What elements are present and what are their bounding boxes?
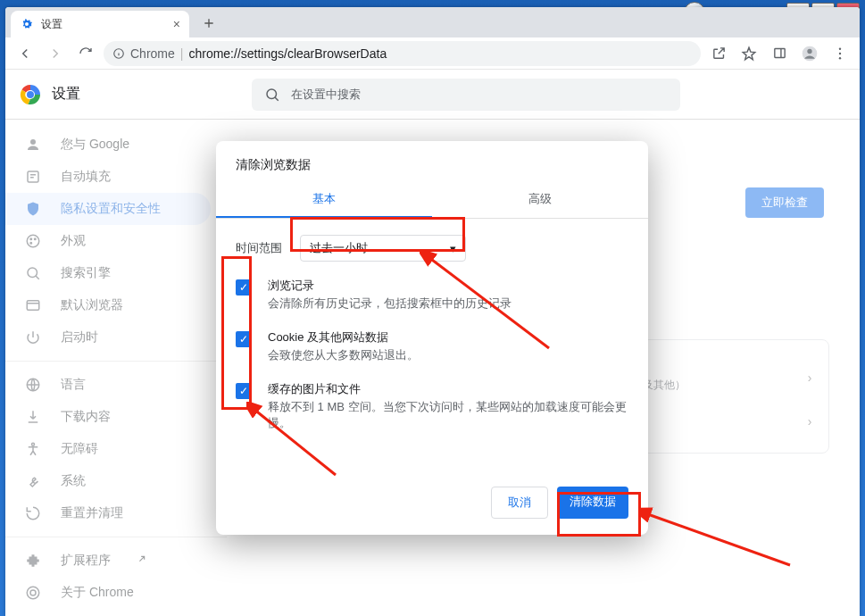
url-text: chrome://settings/clearBrowserData: [188, 46, 387, 61]
chrome-logo-icon: [20, 84, 41, 105]
dialog-tabs: 基本 高级: [216, 182, 648, 219]
time-range-label: 时间范围: [236, 240, 282, 256]
time-range-select[interactable]: 过去一小时 ▾: [300, 235, 466, 262]
option-desc: 释放不到 1 MB 空间。当您下次访问时，某些网站的加载速度可能会更慢。: [268, 399, 628, 431]
clear-data-option: ✓缓存的图片和文件释放不到 1 MB 空间。当您下次访问时，某些网站的加载速度可…: [216, 372, 648, 440]
settings-header: 设置 在设置中搜索: [5, 70, 860, 120]
clear-data-option: ✓浏览记录会清除所有历史记录，包括搜索框中的历史记录: [216, 269, 648, 320]
side-panel-icon[interactable]: [767, 41, 792, 66]
forward-button[interactable]: [43, 41, 68, 66]
option-title: 缓存的图片和文件: [268, 381, 628, 397]
profile-icon[interactable]: [797, 41, 822, 66]
tab-strip: 设置 ×: [5, 7, 860, 37]
svg-point-6: [839, 57, 841, 59]
back-button[interactable]: [12, 41, 37, 66]
select-value: 过去一小时: [310, 240, 368, 256]
svg-point-3: [807, 48, 811, 53]
option-desc: 会致使您从大多数网站退出。: [268, 347, 419, 363]
browser-tab[interactable]: 设置 ×: [11, 11, 189, 37]
dialog-title: 清除浏览数据: [216, 141, 648, 182]
search-icon: [264, 87, 280, 103]
svg-point-10: [267, 89, 277, 99]
chrome-info-icon: [112, 47, 125, 60]
new-tab-button[interactable]: [196, 11, 221, 36]
svg-point-4: [839, 47, 841, 49]
tab-advanced[interactable]: 高级: [432, 182, 648, 218]
tab-close-icon[interactable]: ×: [173, 17, 180, 31]
page-title: 设置: [52, 85, 80, 104]
clear-data-dialog: 清除浏览数据 基本 高级 时间范围 过去一小时 ▾ ✓浏览记录会清除所有历史记录…: [216, 141, 648, 535]
checkbox[interactable]: ✓: [236, 331, 252, 347]
reload-button[interactable]: [73, 41, 98, 66]
option-title: Cookie 及其他网站数据: [268, 329, 419, 345]
url-scheme: Chrome: [130, 46, 175, 61]
svg-point-5: [839, 52, 841, 54]
settings-search-input[interactable]: 在设置中搜索: [252, 79, 680, 111]
checkbox[interactable]: ✓: [236, 279, 252, 296]
tab-basic[interactable]: 基本: [216, 182, 432, 218]
option-title: 浏览记录: [268, 278, 512, 294]
cancel-button[interactable]: 取消: [491, 487, 548, 519]
chevron-down-icon: ▾: [450, 242, 456, 255]
bookmark-icon[interactable]: [736, 41, 761, 66]
clear-data-option: ✓Cookie 及其他网站数据会致使您从大多数网站退出。: [216, 320, 648, 372]
browser-toolbar: Chrome | chrome://settings/clearBrowserD…: [5, 37, 860, 70]
share-icon[interactable]: [706, 41, 731, 66]
clear-data-button[interactable]: 清除数据: [557, 487, 628, 519]
checkbox[interactable]: ✓: [236, 383, 252, 399]
menu-icon[interactable]: [828, 41, 853, 66]
address-bar[interactable]: Chrome | chrome://settings/clearBrowserD…: [104, 41, 701, 66]
tab-title: 设置: [41, 17, 62, 32]
option-desc: 会清除所有历史记录，包括搜索框中的历史记录: [268, 296, 512, 312]
svg-rect-1: [774, 49, 784, 58]
search-placeholder: 在设置中搜索: [291, 87, 361, 103]
gear-icon: [20, 17, 34, 31]
